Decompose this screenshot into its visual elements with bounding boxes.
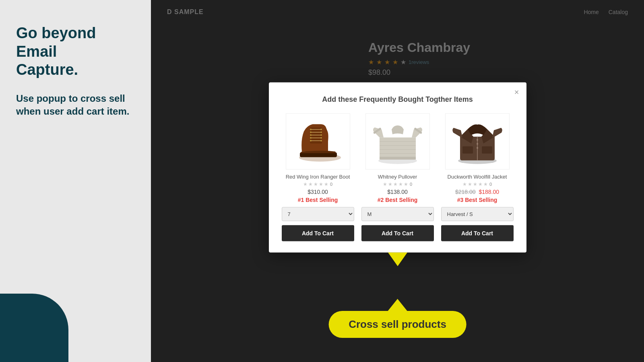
svg-rect-33 <box>482 146 492 154</box>
svg-point-8 <box>310 129 312 130</box>
product-name-2: Whitney Pullover <box>378 174 417 180</box>
svg-point-17 <box>320 140 322 142</box>
sweater-icon <box>372 117 424 166</box>
p3-star4: ★ <box>478 181 483 187</box>
svg-point-31 <box>477 147 478 149</box>
teal-corner-decoration <box>0 294 68 362</box>
left-panel: Go beyond Email Capture. Use popup to cr… <box>0 0 151 362</box>
p2-star5: ★ <box>404 181 408 187</box>
product-card-3: Duckworth Woolfill Jacket ★ ★ ★ ★ ★ 0 $2… <box>441 113 514 241</box>
svg-point-29 <box>477 139 478 141</box>
p1-review-count: 0 <box>330 182 332 187</box>
p2-star2: ★ <box>388 181 392 187</box>
p2-star3: ★ <box>393 181 398 187</box>
product-card-2: Whitney Pullover ★ ★ ★ ★ ★ 0 $138.00 #2 … <box>361 113 434 241</box>
p3-star5: ★ <box>483 181 488 187</box>
cross-sell-badge: Cross sell products <box>328 311 466 338</box>
p1-star1: ★ <box>303 181 308 187</box>
svg-point-30 <box>477 143 478 145</box>
p2-review-count: 0 <box>410 182 412 187</box>
svg-point-10 <box>310 132 312 133</box>
headline: Go beyond Email Capture. <box>16 24 135 79</box>
product-name-3: Duckworth Woolfill Jacket <box>448 174 507 180</box>
modal-tooltip-arrow-down <box>388 253 407 266</box>
svg-point-13 <box>320 134 322 136</box>
product-stars-3: ★ ★ ★ ★ ★ 0 <box>462 181 492 187</box>
product-price-3: $218.00 $188.00 <box>455 189 499 195</box>
p3-star2: ★ <box>468 181 472 187</box>
p3-star1: ★ <box>462 181 467 187</box>
modal-popup: × Add these Frequently Bought Togther It… <box>269 82 526 253</box>
product-img-2 <box>365 113 430 170</box>
product-stars-2: ★ ★ ★ ★ ★ 0 <box>383 181 412 187</box>
product-img-1 <box>286 113 350 170</box>
svg-rect-32 <box>462 146 473 154</box>
p1-star5: ★ <box>324 181 328 187</box>
product-name-1: Red Wing Iron Ranger Boot <box>286 174 350 180</box>
add-to-cart-btn-1[interactable]: Add To Cart <box>282 225 354 241</box>
main-panel: D SAMPLE Home Catalog Ayres Chambray ★ ★… <box>151 0 644 362</box>
svg-rect-24 <box>380 157 416 160</box>
product-card-1: Red Wing Iron Ranger Boot ★ ★ ★ ★ ★ 0 $3… <box>282 113 354 241</box>
best-selling-1: #1 Best Selling <box>298 197 338 203</box>
svg-point-16 <box>310 140 312 142</box>
cross-sell-arrow-up <box>388 299 407 311</box>
svg-point-14 <box>310 137 312 139</box>
svg-rect-2 <box>310 128 322 144</box>
add-to-cart-btn-2[interactable]: Add To Cart <box>361 225 434 241</box>
svg-point-15 <box>320 137 322 139</box>
p3-star3: ★ <box>473 181 477 187</box>
add-to-cart-btn-3[interactable]: Add To Cart <box>441 225 514 241</box>
svg-point-12 <box>310 134 312 136</box>
products-row: Red Wing Iron Ranger Boot ★ ★ ★ ★ ★ 0 $3… <box>282 113 514 241</box>
p1-star4: ★ <box>319 181 323 187</box>
product-img-3 <box>445 113 510 170</box>
variant-select-1[interactable]: 7 8 9 10 11 <box>282 207 354 221</box>
cross-sell-label-wrap: Cross sell products <box>328 299 466 338</box>
p1-star3: ★ <box>314 181 318 187</box>
best-selling-2: #2 Best Selling <box>378 197 418 203</box>
best-selling-3: #3 Best Selling <box>457 197 497 203</box>
p3-review-count: 0 <box>489 182 492 187</box>
product-price-1: $310.00 <box>308 189 328 195</box>
jacket-icon <box>451 117 504 166</box>
svg-point-11 <box>320 132 322 133</box>
p2-star4: ★ <box>398 181 403 187</box>
p2-star1: ★ <box>383 181 387 187</box>
boot-icon <box>292 119 344 164</box>
subtext: Use popup to cross sell when user add ca… <box>16 92 135 118</box>
modal-close-button[interactable]: × <box>514 88 519 96</box>
variant-select-2[interactable]: XS S M L XL <box>361 207 434 221</box>
modal-title: Add these Frequently Bought Togther Item… <box>282 95 514 104</box>
product-price-2: $138.00 <box>387 189 408 195</box>
product-stars-1: ★ ★ ★ ★ ★ 0 <box>303 181 332 187</box>
svg-point-9 <box>320 129 322 130</box>
p1-star2: ★ <box>308 181 313 187</box>
variant-select-3[interactable]: Harvest / S Harvest / M Harvest / L <box>441 207 514 221</box>
